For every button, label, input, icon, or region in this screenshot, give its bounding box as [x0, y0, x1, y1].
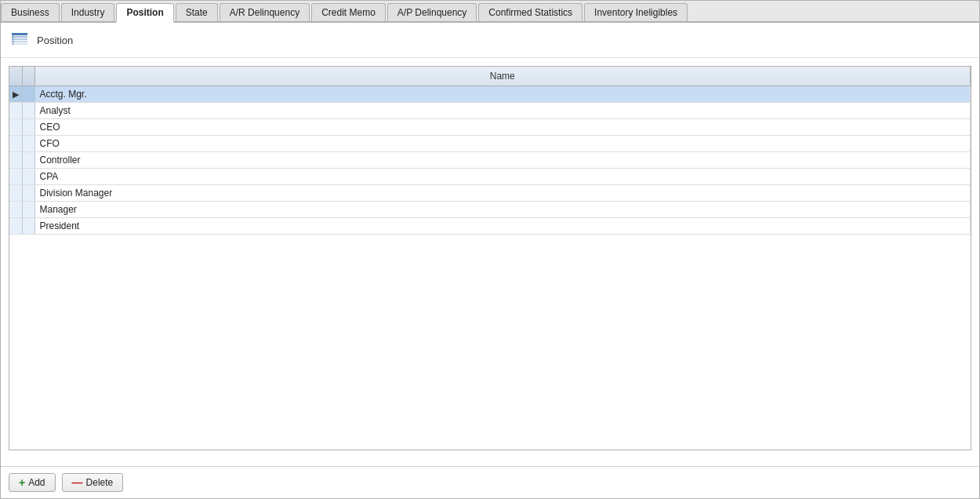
tab-position[interactable]: Position	[116, 3, 173, 23]
tab-ar-delinquency[interactable]: A/R Delinquency	[220, 3, 310, 21]
row-indicator-cell	[9, 152, 22, 169]
main-container: BusinessIndustryPositionStateA/R Delinqu…	[0, 0, 980, 499]
col-header-marker	[22, 67, 34, 86]
row-indicator-cell	[9, 185, 22, 202]
delete-label: Delete	[86, 477, 114, 488]
row-marker-cell	[22, 119, 34, 136]
add-icon: +	[19, 477, 25, 488]
table-row[interactable]: Controller	[9, 152, 971, 169]
table-row[interactable]: Division Manager	[9, 185, 971, 202]
svg-rect-5	[12, 33, 14, 45]
delete-button[interactable]: — Delete	[62, 473, 124, 492]
row-name-cell: CFO	[34, 136, 971, 152]
footer: + Add — Delete	[1, 466, 979, 498]
add-label: Add	[28, 477, 45, 488]
table-row[interactable]: CEO	[9, 119, 971, 136]
row-indicator-cell: ▶	[9, 86, 22, 103]
row-indicator-cell	[9, 202, 22, 218]
col-header-name: Name	[34, 67, 971, 86]
row-indicator-cell	[9, 218, 22, 235]
tab-bar: BusinessIndustryPositionStateA/R Delinqu…	[1, 1, 979, 23]
table-row[interactable]: ▶Acctg. Mgr.	[9, 86, 971, 103]
row-name-cell: CEO	[34, 119, 971, 136]
table-row[interactable]: Manager	[9, 202, 971, 218]
table-row[interactable]: President	[9, 218, 971, 235]
tab-business[interactable]: Business	[1, 3, 60, 21]
table-row[interactable]: CFO	[9, 136, 971, 152]
tab-ap-delinquency[interactable]: A/P Delinquency	[387, 3, 477, 21]
row-marker-cell	[22, 86, 34, 103]
col-header-indicator	[9, 67, 22, 86]
add-button[interactable]: + Add	[9, 473, 56, 492]
data-table: Name ▶Acctg. Mgr.AnalystCEOCFOController…	[9, 67, 971, 235]
table-row[interactable]: Analyst	[9, 103, 971, 119]
row-marker-cell	[22, 218, 34, 235]
row-name-cell: CPA	[34, 169, 971, 185]
table-row[interactable]: CPA	[9, 169, 971, 185]
grid-area: Name ▶Acctg. Mgr.AnalystCEOCFOController…	[1, 58, 979, 466]
row-marker-cell	[22, 103, 34, 119]
tab-inventory-ineligibles[interactable]: Inventory Ineligibles	[584, 3, 688, 21]
tab-credit-memo[interactable]: Credit Memo	[311, 3, 386, 21]
row-indicator-cell	[9, 169, 22, 185]
row-indicator-cell	[9, 136, 22, 152]
row-name-cell: Division Manager	[34, 185, 971, 202]
row-marker-cell	[22, 185, 34, 202]
tab-industry[interactable]: Industry	[61, 3, 115, 21]
row-name-cell: Manager	[34, 202, 971, 218]
row-name-cell: Controller	[34, 152, 971, 169]
row-marker-cell	[22, 136, 34, 152]
delete-icon: —	[72, 477, 83, 488]
tab-confirmed-statistics[interactable]: Confirmed Statistics	[478, 3, 583, 21]
tab-state[interactable]: State	[176, 3, 218, 21]
row-indicator-cell	[9, 103, 22, 119]
grid-wrapper[interactable]: Name ▶Acctg. Mgr.AnalystCEOCFOController…	[9, 66, 971, 450]
row-marker-cell	[22, 202, 34, 218]
table-icon	[9, 29, 31, 51]
row-marker-cell	[22, 169, 34, 185]
row-name-cell: Acctg. Mgr.	[34, 86, 971, 103]
row-name-cell: President	[34, 218, 971, 235]
row-name-cell: Analyst	[34, 103, 971, 119]
row-marker-cell	[22, 152, 34, 169]
section-header: Position	[1, 23, 979, 58]
row-indicator-cell	[9, 119, 22, 136]
section-title: Position	[37, 35, 73, 46]
